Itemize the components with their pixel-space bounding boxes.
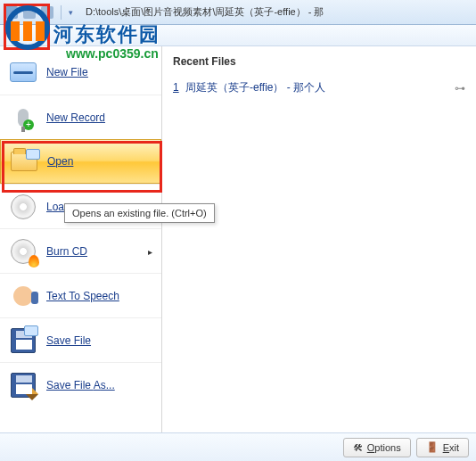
tts-head-icon [9,282,37,310]
menu-save-file[interactable]: Save File [0,317,161,362]
menu-label: Loa [46,201,64,213]
menu-label: Text To Speech [46,290,119,302]
menu-new-file[interactable]: New File [0,50,161,95]
menu-label: Save File [46,334,91,347]
button-label: Exit [443,442,459,453]
menu-new-record[interactable]: + New Record [0,95,161,139]
qat-dropdown-icon[interactable]: ▾ [69,8,73,17]
button-label: Options [367,442,401,453]
menu-label: Burn CD [46,245,87,258]
menu-label: New File [46,66,88,78]
recent-file-item[interactable]: 1 周延英（英子-effie） - 那个人 ⊶ [173,77,465,99]
burn-disc-icon [9,237,37,266]
menu-save-file-as[interactable]: Save File As... [0,362,161,407]
qat-save-icon[interactable] [5,6,18,19]
menu-open[interactable]: Open [0,139,161,184]
pin-icon[interactable]: ⊶ [455,82,465,95]
microphone-icon: + [9,103,37,132]
footer-bar: 🛠 Options 🚪 Exit [0,432,476,461]
chevron-right-icon: ▸ [148,246,152,256]
title-bar: ▾ D:\tools\桌面\图片音视频素材\周延英（英子-effie） - 那 [0,0,476,25]
floppy-save-as-icon [9,371,37,399]
qat-undo-icon[interactable] [23,6,36,19]
menu-text-to-speech[interactable]: Text To Speech [0,273,161,317]
recent-files-panel: Recent Files 1 周延英（英子-effie） - 那个人 ⊶ [162,46,476,432]
recent-files-heading: Recent Files [173,55,465,68]
floppy-save-icon [9,326,37,355]
menu-burn-cd[interactable]: Burn CD ▸ [0,228,161,273]
window-title: D:\tools\桌面\图片音视频素材\周延英（英子-effie） - 那 [86,5,324,19]
exit-door-icon: 🚪 [426,441,439,453]
open-folder-icon [10,147,38,176]
ribbon-strip [0,25,476,46]
qat-separator [61,5,62,20]
file-menu: New File + New Record Open Loa ▸ Burn CD… [0,46,162,432]
wave-file-icon [9,58,37,86]
recent-file-label: 1 周延英（英子-effie） - 那个人 [173,80,325,95]
tooltip: Opens an existing file. (Ctrl+O) [64,203,215,223]
menu-label: Save File As... [46,379,115,391]
qat-redo-icon[interactable] [41,6,53,19]
disc-icon [9,193,37,221]
tools-icon: 🛠 [353,442,363,453]
exit-button[interactable]: 🚪 Exit [416,438,469,457]
menu-label: New Record [46,111,105,124]
menu-label: Open [47,155,73,168]
options-button[interactable]: 🛠 Options [343,438,411,457]
